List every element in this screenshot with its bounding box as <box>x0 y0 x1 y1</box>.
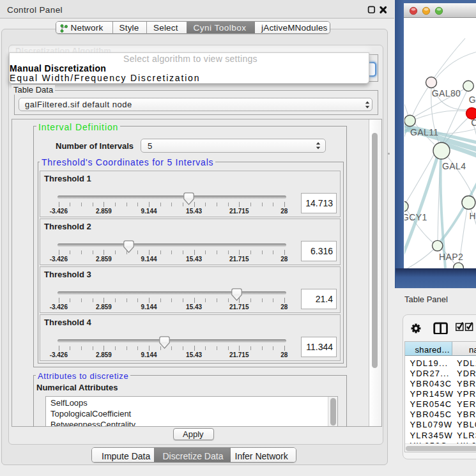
svg-text:GAL11: GAL11 <box>410 127 439 137</box>
svg-text:GA: GA <box>469 95 476 105</box>
svg-text:GAL80: GAL80 <box>432 88 461 98</box>
svg-text:C: C <box>471 118 476 128</box>
svg-text:GCY1: GCY1 <box>404 212 427 222</box>
svg-text:GAL4: GAL4 <box>442 161 466 171</box>
svg-text:HI: HI <box>470 211 476 221</box>
svg-text:HAP2: HAP2 <box>439 252 463 262</box>
